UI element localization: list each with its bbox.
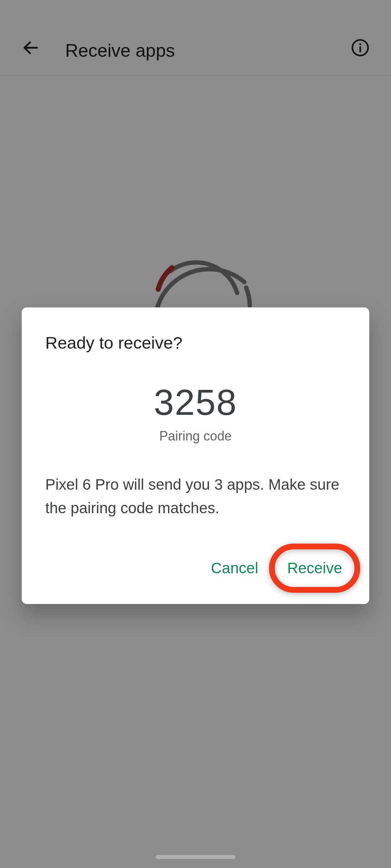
pairing-code-label: Pairing code — [45, 429, 346, 444]
pairing-code-value: 3258 — [45, 382, 346, 423]
dialog-actions: Cancel Receive — [45, 552, 346, 584]
gesture-handle-icon — [156, 855, 235, 859]
pairing-dialog: Ready to receive? 3258 Pairing code Pixe… — [22, 307, 369, 604]
dialog-title: Ready to receive? — [45, 333, 346, 353]
cancel-button[interactable]: Cancel — [207, 552, 262, 584]
receive-button[interactable]: Receive — [283, 552, 346, 584]
dialog-message: Pixel 6 Pro will send you 3 apps. Make s… — [45, 473, 346, 520]
